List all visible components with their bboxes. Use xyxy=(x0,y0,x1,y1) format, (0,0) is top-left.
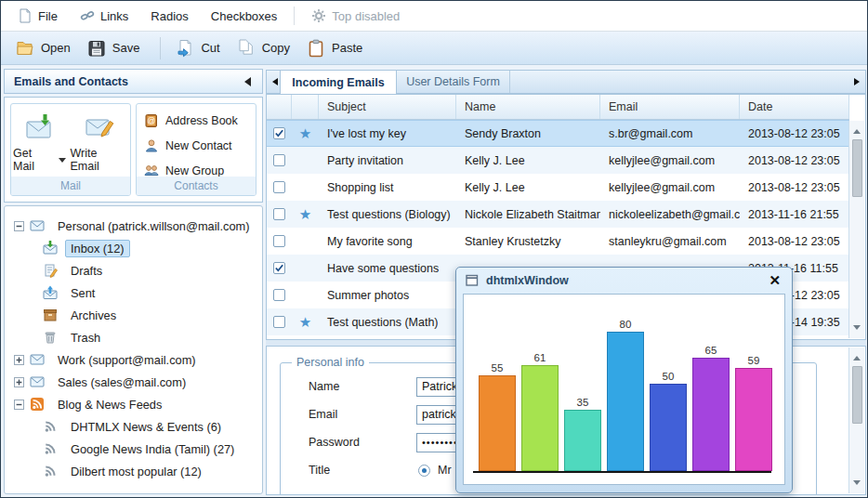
tree-item[interactable]: DHTMLX News & Events (6) xyxy=(8,415,258,438)
checkbox-checked[interactable] xyxy=(273,127,285,139)
menu-radios[interactable]: Radios xyxy=(139,5,199,28)
tree-item[interactable]: Work (support@mail.com) xyxy=(8,348,258,371)
cell-checkbox xyxy=(267,208,292,220)
file-icon xyxy=(18,8,33,23)
checkbox-unchecked[interactable] xyxy=(273,208,285,220)
menu-links-label: Links xyxy=(100,9,128,23)
column-header-subject[interactable]: Subject xyxy=(319,95,456,119)
menu-file[interactable]: File xyxy=(7,4,69,28)
paste-button[interactable]: Paste xyxy=(301,35,374,61)
title-radio-mr[interactable] xyxy=(418,465,430,477)
scroll-up-icon[interactable] xyxy=(849,349,864,363)
tree-item[interactable]: Drafts xyxy=(8,259,258,282)
new-contact-icon xyxy=(144,138,159,153)
form-scroll-thumb[interactable] xyxy=(852,366,862,424)
cell-star: ★ xyxy=(292,126,319,140)
expand-expander-icon[interactable] xyxy=(14,377,24,387)
expand-expander-icon[interactable] xyxy=(14,355,24,365)
tree-item-label: Trash xyxy=(65,329,106,347)
cell-subject: Test questions (Biology) xyxy=(319,208,456,221)
collapse-expander-icon[interactable] xyxy=(14,400,24,410)
close-icon[interactable]: ✕ xyxy=(767,273,783,287)
new-contact-button[interactable]: New Contact xyxy=(144,136,256,156)
tab-incoming-emails[interactable]: Incoming Emails xyxy=(280,71,397,94)
menubar-separator xyxy=(294,7,295,25)
cell-date: 2013-08-12 23:05 xyxy=(740,181,849,194)
tree-item[interactable]: Trash xyxy=(8,326,258,348)
tree-item[interactable]: Sent xyxy=(8,282,258,304)
get-mail-button[interactable]: Get Mail xyxy=(11,111,68,175)
address-book-button[interactable]: @ Address Book xyxy=(144,111,256,131)
tree-item[interactable]: Sales (sales@mail.com) xyxy=(8,371,258,393)
tree-item-label: Archives xyxy=(65,307,122,324)
write-email-label: Write Email xyxy=(70,147,128,173)
new-group-label: New Group xyxy=(165,164,224,177)
application-window: File Links Radios Checkboxes Top disable… xyxy=(0,0,868,498)
star-icon[interactable]: ★ xyxy=(299,126,311,140)
grid-header: Subject Name Email Date xyxy=(267,95,849,120)
checkbox-unchecked[interactable] xyxy=(273,289,285,301)
scroll-up-icon[interactable] xyxy=(849,123,864,137)
tree-item[interactable]: Personal (patrick.willson@mail.com) xyxy=(8,215,258,237)
form-vertical-scrollbar[interactable] xyxy=(848,347,864,493)
grid-scroll-thumb[interactable] xyxy=(852,139,862,197)
table-row[interactable]: My favorite songStanley Krustetzkystanle… xyxy=(267,228,849,255)
column-header-name[interactable]: Name xyxy=(456,95,600,119)
star-icon[interactable]: ★ xyxy=(299,207,311,221)
write-email-button[interactable]: Write Email xyxy=(68,111,130,175)
column-header-email[interactable]: Email xyxy=(600,95,740,119)
tree-item-label: Sales (sales@mail.com) xyxy=(52,374,191,391)
menu-links[interactable]: Links xyxy=(69,4,139,28)
tabs-scroll-right-button[interactable] xyxy=(852,71,865,93)
scroll-down-icon[interactable] xyxy=(849,478,864,491)
column-header-checkbox[interactable] xyxy=(267,95,292,119)
collapse-expander-icon[interactable] xyxy=(14,221,24,231)
accordion-header-emails-contacts[interactable]: Emails and Contacts xyxy=(4,69,263,94)
star-icon[interactable]: ★ xyxy=(299,315,311,329)
cell-date: 2013-08-12 23:05 xyxy=(740,127,849,140)
checkbox-unchecked[interactable] xyxy=(273,154,285,166)
table-row[interactable]: ★Test questions (Biology)Nickole Elizabe… xyxy=(267,201,849,228)
table-row[interactable]: Party invitationKelly J. Leekellyjlee@gm… xyxy=(267,147,849,174)
cell-checkbox xyxy=(267,154,292,166)
cell-star: ★ xyxy=(292,315,319,329)
save-button-label: Save xyxy=(112,41,140,55)
tab-user-details-form[interactable]: User Details Form xyxy=(397,71,510,93)
accordion-title: Emails and Contacts xyxy=(14,75,128,88)
tree-item[interactable]: Inbox (12) xyxy=(8,237,258,259)
column-header-star[interactable] xyxy=(292,95,319,119)
open-button[interactable]: Open xyxy=(10,35,82,61)
collapse-left-icon[interactable] xyxy=(240,77,251,86)
menu-checkboxes[interactable]: Checkboxes xyxy=(200,5,289,28)
tabs-scroll-left-button[interactable] xyxy=(267,71,280,93)
bar xyxy=(521,365,559,471)
tree-item[interactable]: Archives xyxy=(8,304,258,326)
cell-subject: My favorite song xyxy=(319,235,456,248)
paste-icon xyxy=(307,39,325,58)
scroll-down-icon[interactable] xyxy=(849,322,864,336)
checkbox-checked[interactable] xyxy=(273,262,285,274)
cell-checkbox xyxy=(267,127,292,139)
save-button[interactable]: Save xyxy=(82,35,151,61)
bar-column: 35 xyxy=(564,397,601,471)
links-icon xyxy=(80,8,95,23)
tree-item[interactable]: Dilbert most popular (12) xyxy=(8,460,258,482)
tree-item[interactable]: Google News India (Tamil) (27) xyxy=(8,438,258,460)
personal-info-legend: Personal info xyxy=(292,356,369,369)
cut-button[interactable]: Cut xyxy=(170,35,230,61)
checkbox-unchecked[interactable] xyxy=(273,181,285,193)
dropdown-arrow-icon[interactable] xyxy=(59,158,66,166)
table-row[interactable]: Shopping listKelly J. Leekellyjlee@gmail… xyxy=(267,174,849,201)
copy-button-label: Copy xyxy=(262,41,290,55)
copy-button[interactable]: Copy xyxy=(231,35,301,61)
column-header-date[interactable]: Date xyxy=(740,95,849,119)
grid-vertical-scrollbar[interactable] xyxy=(848,121,864,338)
window-titlebar[interactable]: dhtmlxWindow ✕ xyxy=(456,268,792,293)
checkbox-unchecked[interactable] xyxy=(273,235,285,247)
menu-top-disabled-label: Top disabled xyxy=(332,9,400,23)
checkbox-unchecked[interactable] xyxy=(273,316,285,328)
table-row[interactable]: ★I've lost my keySendy Braxtons.br@gmail… xyxy=(267,120,849,147)
cell-subject: Have some questions xyxy=(319,262,456,275)
tree-item[interactable]: Blog & News Feeds xyxy=(8,393,258,415)
cell-name: Stanley Krustetzky xyxy=(456,235,600,248)
